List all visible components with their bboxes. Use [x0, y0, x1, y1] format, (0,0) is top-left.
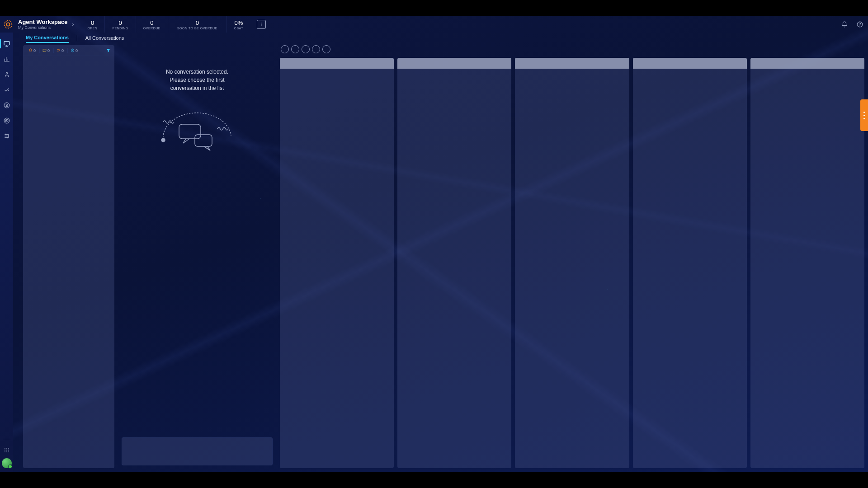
filter-chats[interactable]: 0	[39, 48, 52, 53]
filter-count: 0	[61, 48, 64, 53]
metric-pending: 0 PENDING	[104, 16, 135, 33]
empty-state: No conversation selected. Please choose …	[118, 45, 276, 468]
svg-point-19	[8, 450, 9, 450]
app-logo[interactable]	[3, 19, 14, 30]
svg-point-15	[6, 448, 7, 449]
metric-label: OVERDUE	[143, 27, 160, 30]
nav-agent-workspace[interactable]	[1, 38, 12, 49]
widget-column	[633, 58, 747, 468]
empty-line-1: No conversation selected.	[166, 68, 228, 76]
right-edge-handle[interactable]	[860, 99, 868, 131]
left-nav-rail	[0, 33, 13, 472]
metric-label: PENDING	[112, 27, 128, 30]
widget-tab-3[interactable]	[302, 45, 310, 53]
widget-tab-2[interactable]	[291, 45, 299, 53]
widget-tab-1[interactable]	[281, 45, 289, 53]
conversation-filter-bar: 0 0 0 0	[23, 45, 114, 56]
nav-bot[interactable]	[1, 69, 12, 80]
svg-point-16	[8, 448, 9, 449]
svg-point-3	[860, 26, 860, 26]
svg-point-18	[6, 450, 7, 450]
empty-line-2: Please choose the first	[166, 76, 228, 84]
conversation-scope-tabs: My Conversations All Conversations	[13, 33, 868, 43]
tab-my-conversations[interactable]: My Conversations	[26, 33, 69, 43]
nav-analytics[interactable]	[1, 54, 12, 65]
widget-column-header	[280, 58, 394, 69]
nav-apps-grid[interactable]	[1, 445, 12, 455]
svg-point-17	[4, 450, 5, 450]
widget-columns	[280, 58, 864, 468]
svg-point-10	[6, 120, 7, 121]
message-compose-box[interactable]	[122, 437, 273, 465]
svg-point-1	[6, 23, 9, 26]
workspace-body: 0 0 0 0	[13, 43, 868, 472]
svg-point-0	[5, 21, 12, 28]
workspace-subtitle: My Conversations	[18, 26, 68, 30]
metric-overdue: 0 OVERDUE	[136, 16, 168, 33]
metric-label: OPEN	[88, 27, 98, 30]
conversation-list-panel: 0 0 0 0	[23, 45, 114, 468]
metric-soon-overdue: 0 SOON TO BE OVERDUE	[168, 16, 226, 33]
metric-label: CSAT	[234, 27, 243, 30]
metric-value: 0	[150, 19, 153, 26]
chat-bubbles-illustration	[159, 108, 236, 158]
nav-users[interactable]	[1, 100, 12, 111]
metric-value: 0%	[235, 19, 243, 26]
filter-assigned[interactable]: 0	[53, 48, 66, 53]
filter-count: 0	[47, 48, 50, 53]
svg-point-24	[59, 50, 60, 51]
widget-column-header	[750, 58, 864, 69]
metric-open: 0 OPEN	[80, 16, 105, 33]
widget-column-header	[397, 58, 511, 69]
conversation-detail-panel: No conversation selected. Please choose …	[118, 45, 276, 468]
metric-value: 0	[119, 19, 122, 26]
filter-icon[interactable]	[106, 48, 111, 53]
top-header: Agent Workspace My Conversations › 0 OPE…	[0, 16, 868, 33]
widget-column-header	[515, 58, 629, 69]
metric-value: 0	[91, 19, 94, 26]
svg-point-21	[6, 451, 7, 452]
filter-count: 0	[33, 48, 36, 53]
widget-column	[750, 58, 864, 468]
nav-intents[interactable]	[1, 84, 12, 95]
nav-campaigns[interactable]	[1, 115, 12, 126]
filter-alerts[interactable]: 0	[27, 48, 38, 53]
metric-label: SOON TO BE OVERDUE	[177, 27, 217, 30]
empty-line-3: conversation in the list	[166, 84, 228, 92]
svg-rect-4	[4, 42, 9, 45]
metric-value: 0	[196, 19, 199, 26]
widget-tabs	[280, 45, 864, 53]
workspace-title: Agent Workspace	[18, 19, 68, 25]
svg-rect-27	[179, 124, 201, 139]
svg-point-13	[7, 137, 8, 138]
widget-column	[280, 58, 394, 468]
filter-count: 0	[75, 48, 78, 53]
widget-tab-4[interactable]	[312, 45, 320, 53]
metric-csat: 0% CSAT	[226, 16, 250, 33]
user-avatar[interactable]	[2, 458, 12, 468]
svg-point-5	[6, 72, 8, 74]
svg-rect-28	[195, 135, 212, 146]
filter-sla[interactable]: 0	[67, 48, 80, 53]
workspace-title-block: Agent Workspace My Conversations	[18, 19, 68, 30]
widget-column-header	[633, 58, 747, 69]
svg-point-11	[8, 136, 9, 136]
widget-tab-5[interactable]	[322, 45, 330, 53]
header-metrics: 0 OPEN 0 PENDING 0 OVERDUE 0 SOON TO BE …	[80, 16, 250, 33]
widgets-region	[280, 45, 864, 468]
svg-point-7	[6, 104, 8, 106]
notifications-icon[interactable]	[841, 21, 848, 28]
svg-point-26	[161, 138, 165, 142]
help-icon[interactable]	[856, 21, 863, 28]
info-button[interactable]: i	[257, 20, 266, 29]
svg-point-23	[57, 49, 58, 50]
svg-point-12	[5, 134, 6, 135]
svg-point-22	[8, 451, 9, 452]
tab-all-conversations[interactable]: All Conversations	[85, 33, 124, 42]
widget-column	[397, 58, 511, 468]
nav-settings[interactable]	[1, 131, 12, 141]
chevron-right-icon[interactable]: ›	[72, 21, 74, 28]
svg-point-14	[4, 448, 5, 449]
svg-point-20	[4, 451, 5, 452]
widget-column	[515, 58, 629, 468]
